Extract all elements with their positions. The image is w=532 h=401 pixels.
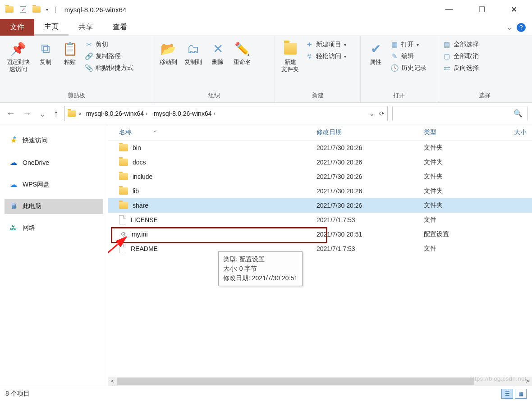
sidebar-item-quickaccess[interactable]: ★快速访问 xyxy=(5,132,103,148)
file-row[interactable]: README2021/7/1 7:53文件 xyxy=(108,242,532,256)
up-button[interactable]: ↑ xyxy=(52,106,60,120)
column-header: 名称⌃ 修改日期 类型 大小 xyxy=(108,124,532,141)
sidebar-item-onedrive[interactable]: ☁OneDrive xyxy=(5,155,103,170)
breadcrumb-item[interactable]: mysql-8.0.26-winx64› xyxy=(84,110,149,117)
checkbox-icon[interactable]: ✓ xyxy=(19,5,27,14)
tab-file[interactable]: 文件 xyxy=(0,19,34,36)
watermark: https://blog.csdn.net xyxy=(469,375,527,382)
delete-button[interactable]: ✕删除 xyxy=(206,39,229,68)
chevron-right-icon: › xyxy=(146,110,147,117)
new-item-button[interactable]: ✦新建项目 ▾ xyxy=(303,40,348,50)
copy-button[interactable]: ⧉ 复制 xyxy=(34,39,57,68)
pin-to-quickaccess-button[interactable]: 📌 固定到快 速访问 xyxy=(4,39,32,74)
file-name: share xyxy=(133,202,148,209)
copy-to-button[interactable]: 🗂复制到 xyxy=(182,39,205,68)
collapse-ribbon-icon[interactable]: ⌄ xyxy=(506,23,512,32)
chevron-down-icon: ▾ xyxy=(344,54,346,59)
file-date: 2021/7/30 20:26 xyxy=(316,159,424,166)
folder-icon[interactable] xyxy=(32,5,41,14)
col-type-header[interactable]: 类型 xyxy=(424,128,514,137)
pin-icon: 📌 xyxy=(10,41,26,57)
thumbnails-view-button[interactable]: ▦ xyxy=(515,389,527,399)
scissors-icon: ✂ xyxy=(85,41,93,49)
paste-shortcut-button[interactable]: 📎粘贴快捷方式 xyxy=(83,63,135,73)
paste-button[interactable]: 📋 粘贴 xyxy=(59,39,81,68)
easy-access-button[interactable]: ↯轻松访问 ▾ xyxy=(303,51,348,61)
sidebar-item-network[interactable]: 🖧网络 xyxy=(5,220,103,236)
file-type: 文件夹 xyxy=(424,144,514,152)
file-row[interactable]: share2021/7/30 20:26文件夹 xyxy=(108,198,532,213)
folder-icon[interactable] xyxy=(5,5,14,14)
history-icon: 🕓 xyxy=(390,64,399,72)
col-date-header[interactable]: 修改日期 xyxy=(316,128,424,137)
address-bar[interactable]: « mysql-8.0.26-winx64› mysql-8.0.26-winx… xyxy=(64,106,388,121)
invert-icon: ⮂ xyxy=(443,64,451,72)
col-size-header[interactable]: 大小 xyxy=(514,128,532,137)
select-all-button[interactable]: ▤全部选择 xyxy=(441,40,481,50)
chevron-down-icon: ▾ xyxy=(417,42,419,47)
tab-share[interactable]: 共享 xyxy=(69,19,103,36)
help-icon[interactable]: ? xyxy=(517,23,526,32)
file-row[interactable]: LICENSE2021/7/1 7:53文件 xyxy=(108,213,532,227)
tab-view[interactable]: 查看 xyxy=(103,19,137,36)
copy-path-button[interactable]: 🔗复制路径 xyxy=(83,51,135,61)
file-date: 2021/7/30 20:26 xyxy=(316,173,424,180)
forward-button[interactable]: → xyxy=(21,106,33,120)
minimize-button[interactable]: — xyxy=(440,3,458,16)
search-input[interactable]: 🔍 xyxy=(392,106,527,121)
select-none-button[interactable]: ▢全部取消 xyxy=(441,51,481,61)
history-button[interactable]: 🕓历史记录 xyxy=(389,63,428,73)
address-dropdown-icon[interactable]: ⌄ xyxy=(369,110,375,117)
window-title: mysql-8.0.26-winx64 xyxy=(64,6,127,14)
tab-home[interactable]: 主页 xyxy=(34,19,69,36)
open-button[interactable]: ▦打开 ▾ xyxy=(389,40,428,50)
scroll-left-icon[interactable]: < xyxy=(108,377,117,386)
new-folder-button[interactable]: 新建 文件夹 xyxy=(279,39,302,74)
file-date: 2021/7/1 7:53 xyxy=(316,216,424,223)
clipboard-icon: 📋 xyxy=(62,41,78,57)
item-count: 8 个项目 xyxy=(5,390,30,398)
invert-selection-button[interactable]: ⮂反向选择 xyxy=(441,63,481,73)
qat-dropdown-icon[interactable]: ▾ xyxy=(46,7,48,12)
sidebar-item-thispc[interactable]: 🖥此电脑 xyxy=(5,199,103,214)
chevron-down-icon: ▾ xyxy=(344,42,346,47)
file-row[interactable]: include2021/7/30 20:26文件夹 xyxy=(108,169,532,184)
file-date: 2021/7/30 20:26 xyxy=(316,187,424,195)
chevron-right-icon: › xyxy=(213,110,215,117)
check-icon: ✔ xyxy=(367,41,384,57)
cloud-icon: ☁ xyxy=(9,180,18,189)
file-type: 配置设置 xyxy=(424,230,514,238)
properties-button[interactable]: ✔属性 xyxy=(364,39,387,68)
sidebar-item-wps[interactable]: ☁WPS网盘 xyxy=(5,177,103,192)
file-name: include xyxy=(133,173,152,180)
folder-icon xyxy=(282,41,298,57)
file-name: lib xyxy=(133,187,139,195)
refresh-icon[interactable]: ⟳ xyxy=(379,110,385,117)
status-bar: 8 个项目 ☰ ▦ xyxy=(0,386,532,401)
move-to-button[interactable]: 📂移动到 xyxy=(157,39,180,68)
edit-button[interactable]: ✎编辑 xyxy=(389,51,428,61)
file-row[interactable]: lib2021/7/30 20:26文件夹 xyxy=(108,184,532,198)
cut-button[interactable]: ✂剪切 xyxy=(83,40,135,50)
file-row[interactable]: docs2021/7/30 20:26文件夹 xyxy=(108,155,532,169)
folder-icon xyxy=(119,144,128,151)
recent-locations-button[interactable]: ⌄ xyxy=(37,106,48,121)
breadcrumb-item[interactable]: mysql-8.0.26-winx64› xyxy=(152,110,217,117)
ribbon-group-new: 新建 文件夹 ✦新建项目 ▾ ↯轻松访问 ▾ 新建 xyxy=(275,36,361,102)
easyaccess-icon: ↯ xyxy=(305,52,313,60)
newitem-icon: ✦ xyxy=(305,41,313,49)
back-button[interactable]: ← xyxy=(5,106,17,120)
details-view-button[interactable]: ☰ xyxy=(501,389,513,399)
col-name-header[interactable]: 名称 xyxy=(119,128,132,137)
folder-icon xyxy=(119,159,128,166)
file-type: 文件夹 xyxy=(424,158,514,166)
group-label: 打开 xyxy=(364,90,433,102)
close-button[interactable]: ✕ xyxy=(505,3,523,16)
horizontal-scrollbar[interactable]: < > xyxy=(108,377,532,386)
selectnone-icon: ▢ xyxy=(443,52,451,60)
file-row[interactable]: ⚙my.ini2021/7/30 20:51配置设置 xyxy=(108,227,532,242)
maximize-button[interactable]: ☐ xyxy=(472,3,491,16)
file-row[interactable]: bin2021/7/30 20:26文件夹 xyxy=(108,141,532,155)
rename-button[interactable]: ✏️重命名 xyxy=(231,39,254,68)
folder-icon xyxy=(119,187,128,195)
